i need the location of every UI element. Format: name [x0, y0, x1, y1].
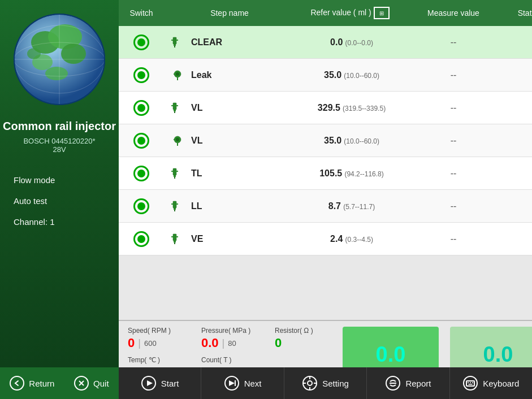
step-label: VL [191, 103, 202, 113]
svg-rect-16 [176, 40, 178, 41]
radio-button[interactable] [133, 100, 149, 116]
radio-button[interactable] [133, 133, 149, 149]
svg-rect-36 [174, 208, 176, 210]
header-step-name: Step name [164, 6, 295, 20]
table-row: Leak 35.0 (10.0--60.0) -- [119, 59, 532, 92]
report-icon [385, 375, 401, 391]
ref-main: 0.0 [330, 37, 343, 47]
app-subtitle: BOSCH 0445120220* 28V [23, 137, 95, 154]
row-switch[interactable] [119, 30, 164, 55]
radio-button[interactable] [133, 67, 149, 83]
header-switch: Switch [119, 6, 164, 20]
step-icon [170, 67, 185, 83]
svg-rect-34 [176, 171, 178, 172]
svg-rect-25 [176, 105, 178, 106]
svg-rect-42 [174, 242, 175, 244]
main-content: Switch Step name Refer value ( ml ) ⊞ Me… [119, 0, 532, 399]
row-ref: 329.5 (319.5--339.5) [295, 98, 408, 118]
ref-main: 2.4 [330, 234, 343, 244]
ref-main: 329.5 [318, 103, 340, 112]
svg-rect-29 [174, 139, 175, 140]
return-label: Return [29, 379, 54, 388]
next-button[interactable]: Next [201, 367, 284, 399]
row-switch[interactable] [119, 161, 164, 186]
radio-button[interactable] [133, 34, 149, 50]
row-name: VE [164, 227, 295, 251]
ref-main: 35.0 [324, 136, 341, 145]
svg-rect-19 [177, 77, 178, 80]
start-label: Start [161, 379, 179, 388]
setting-label: Setting [322, 379, 349, 388]
svg-point-27 [176, 138, 179, 141]
step-label: VL [191, 136, 202, 146]
row-ref: 35.0 (10.0--60.0) [295, 66, 408, 85]
count-label: Count( T ) [201, 356, 258, 364]
ref-range: (0.3--4.5) [345, 236, 373, 244]
table-row: LL 8.7 (5.7--11.7) -- [119, 190, 532, 223]
svg-rect-23 [174, 111, 175, 113]
radio-button[interactable] [133, 166, 149, 181]
start-icon [141, 375, 157, 391]
svg-rect-13 [174, 44, 176, 46]
ref-main: 35.0 [324, 70, 341, 80]
speed-value: 0 [128, 336, 135, 350]
svg-rect-44 [176, 236, 178, 237]
row-measure: -- [408, 33, 499, 52]
quit-button[interactable]: Quit [66, 372, 117, 394]
row-ref: 8.7 (5.7--11.7) [295, 197, 408, 216]
svg-marker-50 [147, 380, 153, 386]
row-switch[interactable] [119, 227, 164, 251]
table-row: VL 329.5 (319.5--339.5) -- [119, 92, 532, 124]
report-label: Report [405, 379, 431, 388]
radio-button[interactable] [133, 198, 149, 214]
ref-range: (0.0--0.0) [345, 39, 373, 47]
ref-main: 8.7 [328, 201, 341, 211]
step-icon [170, 34, 185, 50]
row-measure: -- [408, 164, 499, 183]
pressure-metric: Pressure( MPa ) 0.0 | 80 [201, 327, 258, 350]
sidebar-menu: Flow mode Auto test Channel: 1 [0, 171, 119, 231]
svg-rect-40 [173, 234, 176, 241]
setting-icon [302, 375, 318, 391]
svg-rect-31 [174, 175, 176, 177]
header-state: State [499, 6, 532, 20]
quit-label: Quit [93, 379, 109, 388]
keyboard-icon [462, 375, 478, 391]
keyboard-button[interactable]: Keyboard [450, 367, 532, 399]
step-icon [170, 166, 185, 181]
ref-range: (10.0--60.0) [344, 72, 379, 80]
pressure-label: Pressure( MPa ) [201, 327, 258, 335]
row-state [499, 202, 532, 211]
svg-rect-12 [173, 37, 176, 44]
svg-rect-39 [176, 203, 178, 205]
row-switch[interactable] [119, 96, 164, 120]
row-ref: 0.0 (0.0--0.0) [295, 33, 408, 52]
report-button[interactable]: Report [367, 367, 449, 399]
start-button[interactable]: Start [119, 367, 201, 399]
table-area: CLEAR 0.0 (0.0--0.0) -- Leak 35.0 (10.0-… [119, 26, 532, 320]
speed-metric: Speed( RPM ) 0 | 600 [128, 327, 184, 350]
row-switch[interactable] [119, 128, 164, 153]
radio-button[interactable] [133, 231, 149, 247]
step-icon [170, 133, 185, 149]
ref-range: (319.5--339.5) [343, 105, 386, 112]
svg-rect-37 [174, 210, 175, 211]
table-row: VE 2.4 (0.3--4.5) -- [119, 223, 532, 255]
svg-rect-43 [171, 236, 173, 237]
row-switch[interactable] [119, 63, 164, 88]
sidebar-item-flow-mode[interactable]: Flow mode [6, 171, 113, 189]
sidebar-item-auto-test[interactable]: Auto test [6, 192, 113, 210]
row-state [499, 169, 532, 178]
step-label: LL [191, 201, 202, 211]
row-ref: 2.4 (0.3--4.5) [295, 229, 408, 249]
row-name: VL [164, 96, 295, 120]
svg-rect-30 [173, 168, 176, 175]
table-row: TL 105.5 (94.2--116.8) -- [119, 157, 532, 190]
setting-button[interactable]: Setting [284, 367, 367, 399]
next-icon [224, 375, 240, 391]
return-button[interactable]: Return [2, 372, 62, 394]
svg-point-3 [61, 44, 86, 64]
row-switch[interactable] [119, 194, 164, 219]
svg-rect-28 [177, 143, 178, 146]
expand-icon[interactable]: ⊞ [374, 7, 390, 19]
